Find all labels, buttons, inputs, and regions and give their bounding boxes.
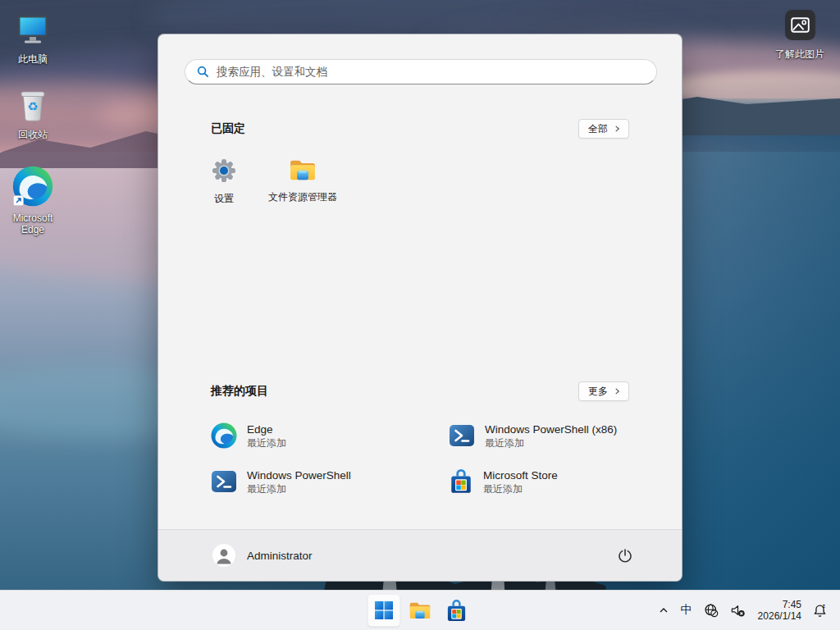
pinned-app-label: 文件资源管理器 <box>268 190 337 204</box>
svg-text:z: z <box>823 603 826 609</box>
start-menu: 搜索应用、设置和文档 已固定 全部 <box>158 34 682 582</box>
pinned-app-file-explorer[interactable]: 文件资源管理器 <box>263 154 342 212</box>
pinned-all-button[interactable]: 全部 <box>578 119 629 139</box>
settings-gear-icon <box>211 158 237 187</box>
ime-indicator-button[interactable]: 中 <box>675 594 698 627</box>
notification-center-button[interactable]: z <box>806 594 833 627</box>
recommended-item-title: Windows PowerShell (x86) <box>485 422 617 436</box>
no-internet-globe-icon <box>704 603 719 618</box>
user-name: Administrator <box>247 550 313 562</box>
desktop-icon-microsoft-edge[interactable]: Microsoft Edge <box>0 166 66 235</box>
desktop-icon-label: 回收站 <box>18 129 48 140</box>
taskbar: 中 <box>0 590 840 630</box>
ime-label: 中 <box>681 603 692 618</box>
recommended-item-microsoft-store[interactable]: Microsoft Store 最近添加 <box>449 459 631 504</box>
recommended-item-meta: 最近添加 <box>483 482 558 495</box>
pinned-app-label: 设置 <box>214 192 234 206</box>
recommended-item-title: Edge <box>247 422 286 436</box>
powershell-icon <box>449 422 475 449</box>
shortcut-arrow-icon <box>13 194 24 209</box>
volume-muted-icon <box>730 603 746 618</box>
recommended-section-title: 推荐的项目 <box>211 384 268 399</box>
network-status-button[interactable] <box>698 594 724 627</box>
recycle-bin-icon: ♻ <box>15 87 51 126</box>
desktop-icon-this-pc[interactable]: 此电脑 <box>0 11 66 65</box>
notification-bell-dnd-icon: z <box>812 603 828 619</box>
desktop-icon-label: 此电脑 <box>18 53 48 65</box>
this-pc-icon <box>15 11 51 51</box>
power-button[interactable] <box>613 543 637 568</box>
search-input[interactable]: 搜索应用、设置和文档 <box>185 59 657 84</box>
volume-button[interactable] <box>724 594 751 627</box>
recommended-more-button[interactable]: 更多 <box>578 381 629 401</box>
start-menu-footer: Administrator <box>158 529 682 581</box>
pinned-app-settings[interactable]: 设置 <box>185 154 263 212</box>
file-explorer-folder-icon <box>289 158 317 185</box>
tray-show-hidden-icons-button[interactable] <box>652 594 675 627</box>
recommended-item-edge[interactable]: Edge 最近添加 <box>211 413 449 459</box>
desktop-icon-recycle-bin[interactable]: ♻ 回收站 <box>0 87 66 140</box>
recommended-item-meta: 最近添加 <box>247 436 286 450</box>
recommended-item-title: Windows PowerShell <box>247 468 351 482</box>
start-button[interactable] <box>368 594 400 627</box>
search-icon <box>197 66 209 78</box>
clock-date: 2026/1/14 <box>758 610 801 623</box>
clock-time: 7:45 <box>758 599 801 611</box>
search-placeholder: 搜索应用、设置和文档 <box>217 65 327 80</box>
user-account-button[interactable]: Administrator <box>212 544 313 567</box>
recommended-item-powershell[interactable]: Windows PowerShell 最近添加 <box>211 459 449 504</box>
learn-about-picture-button[interactable]: 了解此图片 <box>770 10 829 60</box>
windows-logo-icon <box>375 601 393 619</box>
picture-info-icon <box>785 10 815 43</box>
microsoft-store-icon <box>445 599 468 623</box>
user-avatar-icon <box>212 544 235 567</box>
pinned-section-title: 已固定 <box>211 121 245 136</box>
learn-picture-label: 了解此图片 <box>775 48 824 60</box>
taskbar-file-explorer-button[interactable] <box>404 594 436 627</box>
power-icon <box>618 548 632 563</box>
recommended-item-meta: 最近添加 <box>485 436 617 450</box>
powershell-icon <box>211 468 237 495</box>
desktop: 此电脑 ♻ 回收站 <box>0 0 840 630</box>
taskbar-microsoft-store-button[interactable] <box>440 594 472 627</box>
recommended-item-powershell-x86[interactable]: Windows PowerShell (x86) 最近添加 <box>449 413 631 459</box>
taskbar-clock[interactable]: 7:45 2026/1/14 <box>751 599 806 623</box>
edge-icon <box>12 166 53 210</box>
edge-icon <box>211 422 237 449</box>
svg-text:♻: ♻ <box>27 99 38 114</box>
file-explorer-folder-icon <box>409 600 431 620</box>
chevron-up-icon <box>658 605 669 616</box>
chevron-right-icon <box>614 125 621 133</box>
microsoft-store-icon <box>449 468 473 495</box>
desktop-icon-label: Microsoft Edge <box>0 212 66 235</box>
recommended-item-title: Microsoft Store <box>483 468 558 482</box>
recommended-item-meta: 最近添加 <box>247 482 351 495</box>
chevron-right-icon <box>614 387 621 395</box>
